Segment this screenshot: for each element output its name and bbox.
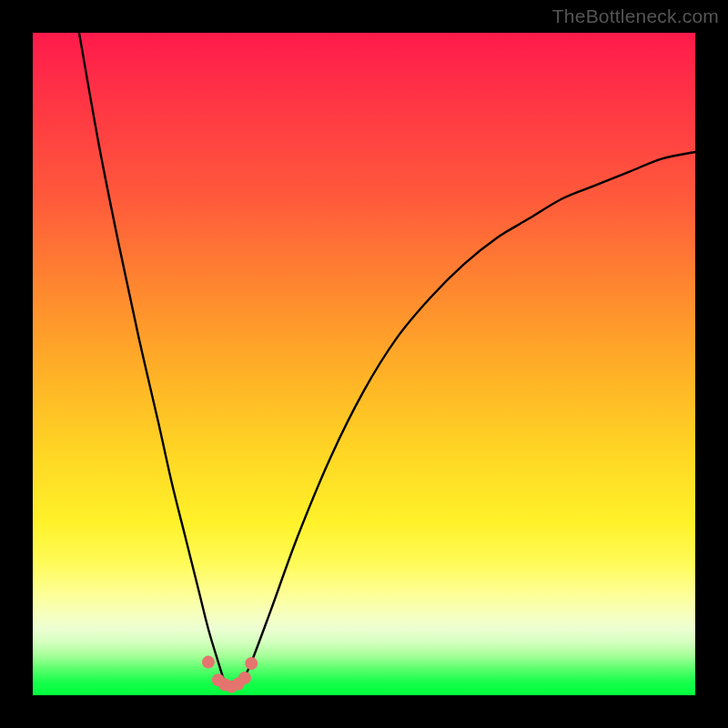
bottleneck-curve <box>33 33 695 695</box>
trough-marker <box>238 672 251 684</box>
chart-frame: TheBottleneck.com <box>0 0 728 728</box>
watermark-text: TheBottleneck.com <box>552 5 719 27</box>
trough-marker <box>245 657 258 670</box>
trough-marker <box>202 656 215 669</box>
curve-path <box>79 33 695 689</box>
trough-markers <box>202 656 258 693</box>
plot-area <box>33 33 695 695</box>
